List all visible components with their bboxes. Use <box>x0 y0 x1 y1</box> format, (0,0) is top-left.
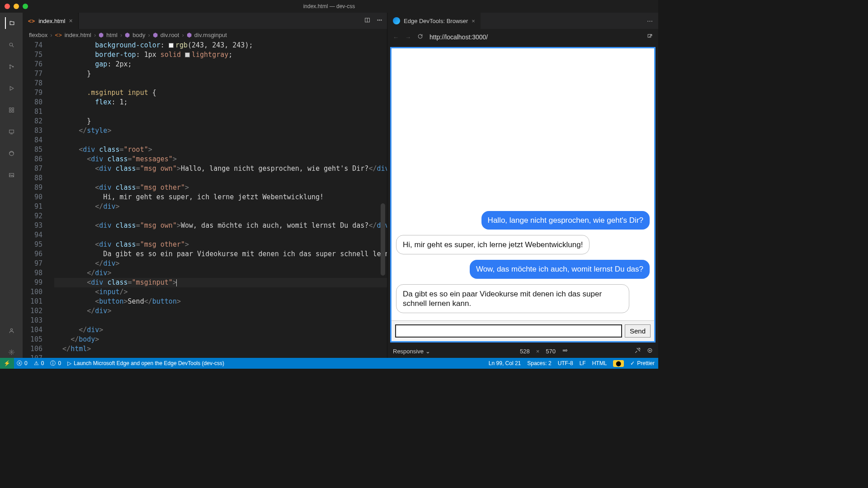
tab-index-html[interactable]: <> index.html × <box>23 13 79 29</box>
html-file-icon: <> <box>28 18 35 24</box>
launch-task[interactable]: ▷ Launch Microsoft Edge and open the Edg… <box>67 360 224 366</box>
svg-rect-4 <box>9 108 11 109</box>
encoding[interactable]: UTF-8 <box>558 360 573 366</box>
back-icon[interactable]: ← <box>393 34 399 41</box>
browser-viewport[interactable]: Hallo, lange nicht gesprochen, wie geht'… <box>390 47 656 343</box>
message-input-row: Send <box>392 320 654 341</box>
msg-own: Wow, das möchte ich auch, womit lernst D… <box>470 260 650 278</box>
remote-icon[interactable] <box>5 126 17 137</box>
warnings-count[interactable]: ⚠ 0 <box>34 360 44 366</box>
msg-other: Da gibt es so ein paar Videokurse mit de… <box>396 284 629 314</box>
screenshot-icon[interactable] <box>635 347 641 355</box>
svg-rect-5 <box>12 108 14 109</box>
svg-point-15 <box>379 20 380 21</box>
x-icon: × <box>536 348 540 355</box>
split-editor-icon[interactable] <box>364 17 370 24</box>
accounts-icon[interactable] <box>5 324 17 336</box>
svg-rect-6 <box>9 110 11 112</box>
activity-bar <box>0 13 23 358</box>
edge-icon <box>393 17 400 24</box>
open-external-icon[interactable] <box>647 33 653 41</box>
tab-edge-devtools[interactable]: Edge DevTools: Browser × <box>387 13 481 29</box>
settings-gear-icon[interactable] <box>5 346 17 358</box>
chat-messages: Hallo, lange nicht gesprochen, wie geht'… <box>392 48 654 320</box>
more-actions-icon[interactable] <box>377 17 382 24</box>
extensions-icon[interactable] <box>5 104 17 116</box>
code-editor[interactable]: 7475767778798081828384858687888990919293… <box>23 41 387 358</box>
preview-tab-label: Edge DevTools: Browser <box>404 18 468 24</box>
rotate-icon[interactable] <box>562 347 568 355</box>
preview-tabs: Edge DevTools: Browser × ⋯ <box>387 13 658 29</box>
code-content[interactable]: background-color: rgb(243, 243, 243); bo… <box>54 41 387 358</box>
close-tab-icon[interactable]: × <box>69 17 72 24</box>
editor-tabs: <> index.html × <box>23 13 387 29</box>
errors-count[interactable]: ⓧ 0 <box>17 360 28 367</box>
linter-badge[interactable]: ⬤ <box>613 360 624 367</box>
svg-point-14 <box>377 20 378 21</box>
minimize-window-icon[interactable] <box>14 4 19 9</box>
svg-point-18 <box>648 348 652 352</box>
language-mode[interactable]: HTML <box>592 360 607 366</box>
more-actions-icon[interactable]: ⋯ <box>647 18 653 24</box>
image-icon[interactable] <box>5 169 17 181</box>
svg-point-16 <box>381 20 382 21</box>
eol[interactable]: LF <box>580 360 586 366</box>
prettier-status[interactable]: ✓ Prettier <box>630 360 655 366</box>
send-button[interactable]: Send <box>625 324 651 338</box>
crumb[interactable]: flexbox <box>29 32 47 38</box>
svg-rect-8 <box>9 130 14 133</box>
crumb[interactable]: html <box>106 32 118 38</box>
editor-group: <> index.html × flexbox› <>index.html› ⬢… <box>23 13 387 358</box>
device-toolbar: Responsive ⌄ 528 × 570 <box>387 344 658 358</box>
remote-indicator[interactable]: ⚡ <box>0 358 14 369</box>
close-window-icon[interactable] <box>5 4 10 9</box>
indent-setting[interactable]: Spaces: 2 <box>527 360 551 366</box>
crumb[interactable]: div.root <box>160 32 179 38</box>
crumb[interactable]: index.html <box>65 32 91 38</box>
browser-toolbar: ← → http://localhost:3000/ <box>387 29 658 45</box>
cursor-position[interactable]: Ln 99, Col 21 <box>489 360 521 366</box>
explorer-icon[interactable] <box>5 17 17 29</box>
status-bar: ⚡ ⓧ 0 ⚠ 0 ⓘ 0 ▷ Launch Microsoft Edge an… <box>0 358 658 369</box>
crumb[interactable]: div.msginput <box>194 32 227 38</box>
viewport-width[interactable]: 528 <box>520 348 530 355</box>
address-bar[interactable]: http://localhost:3000/ <box>429 33 641 41</box>
svg-point-19 <box>649 350 650 351</box>
svg-point-11 <box>10 328 12 330</box>
preview-panel: Edge DevTools: Browser × ⋯ ← → http://lo… <box>387 13 658 358</box>
tab-label: index.html <box>38 18 65 24</box>
source-control-icon[interactable] <box>5 61 17 72</box>
window-titlebar: index.html — dev-css <box>0 0 658 13</box>
line-gutter: 7475767778798081828384858687888990919293… <box>23 41 50 358</box>
scrollbar[interactable] <box>381 203 385 276</box>
svg-rect-7 <box>12 110 14 112</box>
window-title: index.html — dev-css <box>303 3 355 9</box>
breadcrumbs[interactable]: flexbox› <>index.html› ⬢html› ⬢body› ⬢di… <box>23 29 387 41</box>
info-count[interactable]: ⓘ 0 <box>50 360 61 367</box>
maximize-window-icon[interactable] <box>23 4 28 9</box>
viewport-height[interactable]: 570 <box>546 348 556 355</box>
window-controls[interactable] <box>5 4 28 9</box>
crumb[interactable]: body <box>132 32 145 38</box>
edge-tools-icon[interactable] <box>5 147 17 159</box>
forward-icon[interactable]: → <box>405 34 411 41</box>
close-tab-icon[interactable]: × <box>472 18 475 24</box>
svg-point-12 <box>10 351 12 352</box>
run-debug-icon[interactable] <box>5 82 17 94</box>
msg-other: Hi, mir geht es super, ich lerne jetzt W… <box>396 235 590 254</box>
svg-point-0 <box>9 43 13 46</box>
message-input[interactable] <box>395 324 622 338</box>
search-icon[interactable] <box>5 39 17 51</box>
msg-own: Hallo, lange nicht gesprochen, wie geht'… <box>481 211 650 230</box>
target-icon[interactable] <box>647 347 653 355</box>
reload-icon[interactable] <box>417 33 423 41</box>
responsive-mode[interactable]: Responsive ⌄ <box>393 348 430 355</box>
